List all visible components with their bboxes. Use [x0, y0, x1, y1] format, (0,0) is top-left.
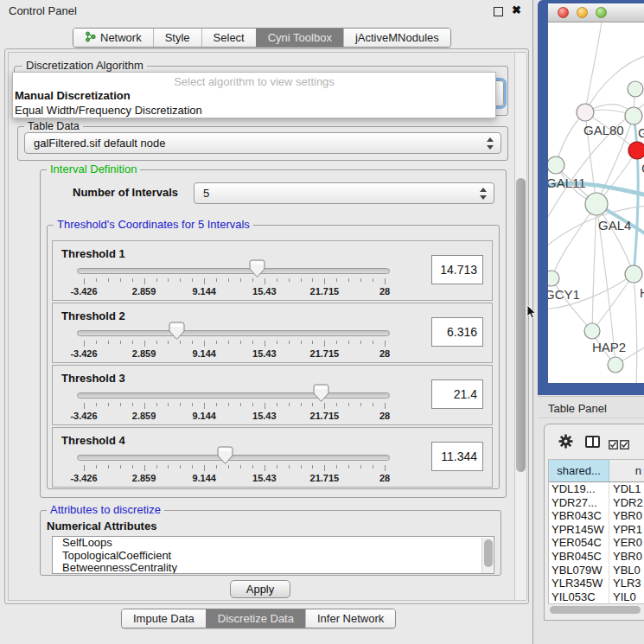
tab-network[interactable]: Network: [73, 29, 153, 47]
tab-label: Infer Network: [317, 612, 384, 625]
network-node-h[interactable]: [625, 265, 642, 283]
mac-close-icon[interactable]: [558, 7, 569, 18]
table-row[interactable]: YDR27...YDR2: [549, 496, 644, 510]
threshold-value-field[interactable]: 14.713: [431, 255, 483, 284]
top-tab-bar: NetworkStyleSelectCyni ToolboxjActiveMNo…: [73, 28, 451, 48]
tab-label: Impute Data: [133, 612, 194, 625]
cell-shared-name: YER054C: [549, 536, 609, 550]
mac-zoom-icon[interactable]: [596, 7, 607, 18]
panel-scrollbar-thumb[interactable]: [516, 178, 526, 472]
thresholds-group-title: Threshold's Coordinates for 5 Intervals: [54, 219, 253, 231]
apply-button[interactable]: Apply: [230, 580, 290, 598]
table-row[interactable]: YDL19...YDL1: [549, 482, 644, 496]
tab-label: Network: [100, 31, 142, 44]
attributes-group-title: Attributes to discretize: [47, 504, 164, 516]
attributes-scrollbar[interactable]: [481, 538, 493, 574]
table-row[interactable]: YBR045CYBR0: [549, 550, 644, 564]
tick-label: 15.43: [252, 473, 277, 483]
close-icon[interactable]: ✖: [512, 3, 521, 16]
tick-label: 21.715: [310, 411, 340, 421]
split-columns-icon[interactable]: [585, 436, 600, 448]
table-data-combobox[interactable]: galFiltered.sif default node: [24, 132, 501, 154]
network-window-titlebar[interactable]: [548, 3, 644, 22]
table-row[interactable]: YER054CYER0: [549, 536, 644, 550]
tab-label: Select: [214, 31, 245, 44]
table-hscrollbar-thumb[interactable]: [550, 606, 641, 614]
node-attribute-table[interactable]: shared... n YDL19...YDL1YDR27...YDR2YBR0…: [548, 459, 644, 603]
threshold-slider-thumb[interactable]: [313, 384, 329, 403]
bottom-tab-bar: Impute DataDiscretize DataInfer Network: [121, 609, 396, 628]
network-node[interactable]: [608, 357, 623, 373]
threshold-slider-thumb[interactable]: [249, 259, 265, 278]
cell-name: YDL1: [609, 482, 644, 496]
network-node-g[interactable]: [625, 107, 642, 124]
attribute-item-selfloops[interactable]: SelfLoops: [53, 537, 494, 550]
slider-ticks: [84, 403, 385, 410]
tick-label: 9.144: [192, 286, 216, 296]
table-data-selected: galFiltered.sif default node: [34, 137, 165, 150]
tick-label: 28: [379, 348, 390, 359]
network-canvas[interactable]: GAL80GCGAL11GAL4GCY1HHAP2: [548, 22, 644, 383]
tick-label: 21.715: [310, 473, 340, 483]
tab-infer-network[interactable]: Infer Network: [305, 609, 395, 628]
discretization-algorithm-title: Discretization Algorithm: [22, 60, 147, 72]
tab-jactivemnodules[interactable]: jActiveMNodules: [343, 29, 450, 47]
threshold-slider-track[interactable]: [77, 330, 390, 336]
slider-tick-labels: -3.4262.8599.14415.4321.71528: [84, 286, 385, 296]
network-node-gcy1[interactable]: [548, 271, 559, 286]
table-panel-header: Table Panel: [538, 396, 644, 418]
tab-style[interactable]: Style: [153, 29, 201, 47]
network-node-gal80[interactable]: [577, 104, 594, 121]
threshold-slider-thumb[interactable]: [169, 322, 185, 341]
dropdown-option-manual-discretization[interactable]: Manual Discretization: [13, 88, 495, 103]
num-intervals-label: Number of Intervals: [73, 186, 178, 199]
table-row[interactable]: YIL053CYIL0: [549, 590, 644, 603]
cell-shared-name: YBR045C: [549, 550, 609, 564]
threshold-slider-track[interactable]: [77, 392, 390, 399]
cell-name: YBL0: [609, 564, 644, 577]
tab-impute-data[interactable]: Impute Data: [122, 609, 206, 628]
threshold-value-field[interactable]: 11.344: [431, 442, 483, 471]
network-node-c[interactable]: [628, 142, 644, 159]
column-header-shared-name[interactable]: shared...: [549, 460, 609, 482]
attribute-item-topologicalcoefficient[interactable]: TopologicalCoefficient: [53, 550, 494, 563]
threshold-slider-thumb[interactable]: [217, 446, 233, 465]
control-panel-window: Control Panel ✖ NetworkStyleSelectCyni T…: [0, 0, 533, 644]
table-row[interactable]: YBL079WYBL0: [549, 564, 644, 577]
attribute-item-betweennesscentrality[interactable]: BetweennessCentrality: [53, 562, 494, 574]
float-icon[interactable]: [494, 7, 503, 16]
threshold-panel-1: Threshold 1-3.4262.8599.14415.4321.71528…: [52, 240, 493, 301]
network-node-hap2[interactable]: [584, 323, 600, 339]
table-row[interactable]: YBR043CYBR0: [549, 509, 644, 523]
network-node-gal11[interactable]: [548, 156, 564, 174]
network-node[interactable]: [628, 81, 643, 97]
table-row[interactable]: YLR345WYLR3: [549, 577, 644, 590]
tick-label: 9.144: [192, 473, 216, 483]
table-hscrollbar[interactable]: [548, 603, 644, 615]
tick-label: 28: [379, 473, 390, 483]
mac-minimize-icon[interactable]: [577, 7, 588, 18]
cell-shared-name: YDR27...: [549, 496, 609, 510]
network-node-gal4[interactable]: [585, 193, 608, 215]
checked-box-icon[interactable]: [609, 437, 618, 453]
table-row[interactable]: YPR145WYPR1: [549, 523, 644, 537]
numerical-attributes-label: Numerical Attributes: [47, 520, 156, 532]
gear-icon[interactable]: [558, 434, 573, 452]
tab-select[interactable]: Select: [201, 29, 256, 47]
tab-cyni-toolbox[interactable]: Cyni Toolbox: [256, 29, 343, 47]
checked-box-icon[interactable]: [620, 437, 629, 453]
table-data-title: Table Data: [24, 120, 83, 132]
threshold-value-field[interactable]: 6.316: [431, 317, 483, 347]
threshold-value-field[interactable]: 21.4: [431, 379, 483, 409]
dropdown-option-equal-width-frequency-discretization[interactable]: Equal Width/Frequency Discretization: [13, 103, 495, 118]
numerical-attributes-list[interactable]: SelfLoopsTopologicalCoefficientBetweenne…: [52, 536, 494, 574]
column-header-name[interactable]: n: [609, 460, 644, 482]
cell-shared-name: YDL19...: [549, 482, 609, 496]
network-node-label: H: [640, 285, 644, 300]
threshold-slider-track[interactable]: [77, 268, 390, 274]
attributes-scrollbar-thumb[interactable]: [484, 539, 493, 567]
tab-discretize-data[interactable]: Discretize Data: [206, 609, 305, 628]
slider-tick-labels: -3.4262.8599.14415.4321.71528: [84, 348, 385, 359]
num-intervals-combobox[interactable]: 5: [194, 182, 494, 204]
cell-shared-name: YIL053C: [549, 590, 609, 603]
